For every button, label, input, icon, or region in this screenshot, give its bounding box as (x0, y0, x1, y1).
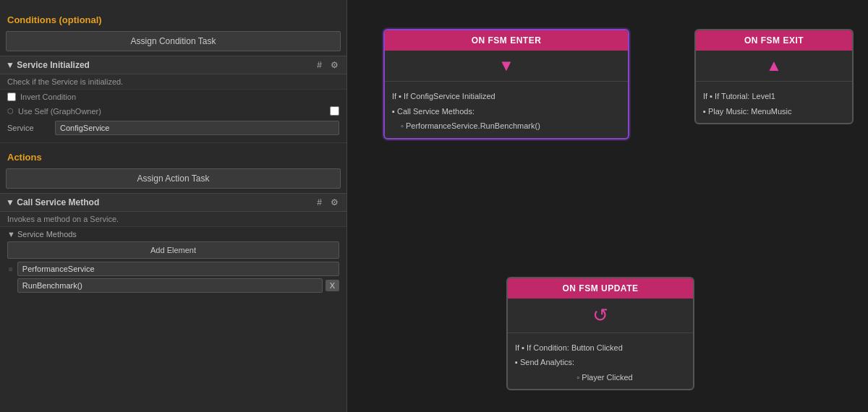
fsm-exit-item-1: ▪ Play Music: MenuMusic (703, 104, 845, 119)
call-service-method-subsection: ▼ Call Service Method # ⚙ Invokes a meth… (0, 193, 346, 298)
arrow-up-icon: ▲ (766, 56, 782, 74)
actions-section: Actions Assign Action Task ▼ Call Servic… (0, 147, 346, 298)
service-initialized-description: Check if the Service is initialized. (0, 74, 346, 90)
fsm-update-item-1: ▪ Send Analytics: (515, 355, 686, 370)
arrow-down-icon: ▼ (498, 56, 514, 74)
fsm-enter-item-0: If ▪ If ConfigService Initialized (392, 89, 621, 104)
cycle-icon: ↻ (592, 304, 608, 327)
call-service-method-header: ▼ Call Service Method # ⚙ (0, 193, 346, 212)
fsm-enter-item-2: ◦ PerformanceService.RunBenchmark() (392, 119, 621, 134)
use-self-checkbox[interactable] (330, 106, 339, 116)
fsm-node-enter[interactable]: ON FSM ENTER ▼ If ▪ If ConfigService Ini… (383, 29, 629, 140)
fsm-node-exit[interactable]: ON FSM EXIT ▲ If ▪ If Tutorial: Level1 ▪… (694, 29, 854, 124)
fsm-update-body: If ▪ If Condition: Button Clicked ▪ Send… (508, 336, 693, 390)
fsm-enter-arrow: ▼ (385, 51, 628, 78)
service-methods-label: ▼ Service Methods (7, 230, 339, 239)
add-element-button[interactable]: Add Element (7, 241, 339, 259)
left-panel: Conditions (optional) Assign Condition T… (0, 0, 347, 412)
invert-condition-checkbox[interactable] (7, 93, 16, 101)
call-service-description: Invokes a method on a Service. (0, 212, 346, 227)
service-dropdown[interactable]: ConfigService PerformanceService (55, 121, 339, 135)
service-label: Service (7, 124, 51, 132)
fsm-update-item-0: If ▪ If Condition: Button Clicked (515, 340, 686, 356)
fsm-exit-body: If ▪ If Tutorial: Level1 ▪ Play Music: M… (696, 85, 852, 123)
fsm-update-arrow: ↻ (508, 299, 693, 330)
actions-header: Actions (0, 147, 346, 166)
assign-action-button[interactable]: Assign Action Task (6, 168, 341, 189)
service-initialized-header: ▼ Service Initialized # ⚙ (0, 56, 346, 74)
service-initialized-gear-btn[interactable]: ⚙ (328, 59, 341, 71)
conditions-actions-separator (0, 142, 346, 143)
fsm-update-item-2: ◦ Player Clicked (515, 370, 686, 385)
service-initialized-title: ▼ Service Initialized (6, 60, 310, 70)
element-row-1: ≡ RunBenchmark() X (7, 278, 339, 293)
fsm-enter-divider (385, 81, 628, 82)
conditions-section: Conditions (optional) Assign Condition T… (0, 10, 346, 138)
invert-condition-row: Invert Condition (0, 90, 346, 104)
fsm-enter-header: ON FSM ENTER (385, 30, 628, 51)
fsm-exit-divider (696, 81, 852, 82)
fsm-update-header: ON FSM UPDATE (508, 278, 693, 299)
service-element-dropdown[interactable]: PerformanceService (17, 262, 339, 276)
element-row-0: ≡ PerformanceService (7, 262, 339, 276)
call-service-hash-btn[interactable]: # (315, 197, 324, 208)
use-self-row: ⬡ Use Self (GraphOwner) (0, 104, 346, 118)
call-service-gear-btn[interactable]: ⚙ (328, 197, 341, 208)
invert-condition-label: Invert Condition (20, 93, 76, 101)
drag-handle-icon: ≡ (7, 265, 14, 273)
fsm-update-divider (508, 332, 693, 333)
fsm-node-update[interactable]: ON FSM UPDATE ↻ If ▪ If Condition: Butto… (506, 277, 694, 391)
use-self-label: Use Self (GraphOwner) (18, 107, 101, 116)
remove-element-button[interactable]: X (326, 280, 339, 291)
service-initialized-subsection: ▼ Service Initialized # ⚙ Check if the S… (0, 56, 346, 138)
right-panel: ON FSM ENTER ▼ If ▪ If ConfigService Ini… (347, 0, 868, 412)
use-self-icon: ⬡ (7, 107, 14, 115)
conditions-header: Conditions (optional) (0, 10, 346, 28)
service-field-row: Service ConfigService PerformanceService (0, 118, 346, 138)
fsm-exit-header: ON FSM EXIT (696, 30, 852, 51)
fsm-exit-arrow: ▲ (696, 51, 852, 78)
fsm-enter-item-1: ▪ Call Service Methods: (392, 104, 621, 119)
call-service-method-title: ▼ Call Service Method (6, 197, 310, 207)
service-methods-section: ▼ Service Methods Add Element ≡ Performa… (0, 227, 346, 298)
method-element-dropdown[interactable]: RunBenchmark() (17, 278, 323, 293)
fsm-exit-item-0: If ▪ If Tutorial: Level1 (703, 89, 845, 104)
service-initialized-hash-btn[interactable]: # (315, 59, 324, 71)
fsm-enter-body: If ▪ If ConfigService Initialized ▪ Call… (385, 85, 628, 138)
assign-condition-button[interactable]: Assign Condition Task (6, 31, 341, 51)
